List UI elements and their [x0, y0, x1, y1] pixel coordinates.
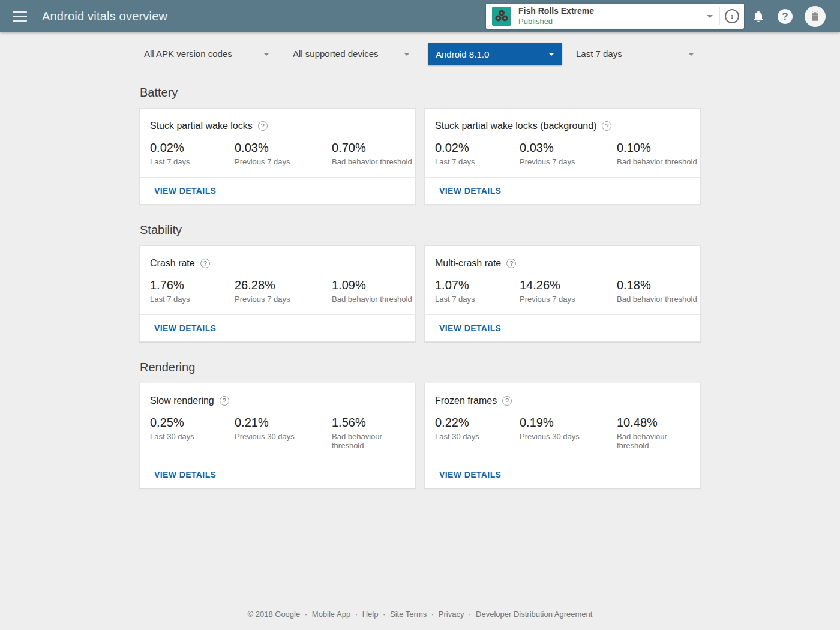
card-multi-crash-rate: Multi-crash rate ? 1.07% Last 7 days 14.…	[424, 245, 701, 342]
footer-link-developer-distribution-agreement[interactable]: Developer Distribution Agreement	[476, 610, 592, 619]
filter-supported-devices[interactable]: All supported devices	[289, 43, 415, 65]
stat-previous: 0.19% Previous 30 days	[520, 416, 617, 450]
stat-label: Last 7 days	[435, 295, 520, 304]
stability-cards-row: Crash rate ? 1.76% Last 7 days 26.28% Pr…	[139, 245, 701, 342]
view-details-link[interactable]: VIEW DETAILS	[154, 323, 216, 333]
stat-threshold: 0.10% Bad behavior threshold	[617, 141, 700, 166]
stat-current: 0.22% Last 30 days	[435, 416, 520, 450]
stat-label: Previous 7 days	[520, 295, 617, 304]
help-icon[interactable]: ?	[502, 396, 512, 406]
divider	[719, 7, 720, 25]
view-details-link[interactable]: VIEW DETAILS	[439, 470, 501, 479]
stat-current: 0.25% Last 30 days	[150, 416, 235, 450]
section-title-stability: Stability	[140, 223, 840, 237]
stat-label: Last 7 days	[150, 295, 235, 304]
separator: ·	[431, 610, 434, 619]
stat-threshold: 10.48% Bad behaviour threshold	[617, 416, 700, 450]
card-crash-rate: Crash rate ? 1.76% Last 7 days 26.28% Pr…	[139, 245, 416, 342]
stat-label: Previous 7 days	[235, 157, 332, 166]
stat-value: 0.25%	[150, 416, 235, 430]
notifications-icon[interactable]	[752, 9, 765, 26]
app-selector[interactable]: Fish Rolls Extreme Published i	[486, 4, 744, 29]
footer-link-site-terms[interactable]: Site Terms	[390, 610, 427, 619]
stat-previous: 26.28% Previous 7 days	[235, 278, 332, 304]
stat-value: 1.09%	[332, 278, 415, 292]
stat-label: Last 30 days	[435, 432, 520, 441]
card-title: Stuck partial wake locks (background)	[435, 121, 596, 131]
stat-label: Bad behavior threshold	[332, 295, 415, 304]
footer-link-help[interactable]: Help	[362, 610, 379, 619]
card-title: Stuck partial wake locks	[150, 121, 253, 131]
view-details-link[interactable]: VIEW DETAILS	[439, 323, 501, 333]
stat-threshold: 1.56% Bad behaviour threshold	[332, 416, 415, 450]
stat-label: Bad behaviour threshold	[332, 432, 415, 450]
app-icon	[492, 7, 511, 26]
menu-icon[interactable]	[13, 9, 27, 24]
app-bar: Android vitals overview Fish Rolls Extre…	[0, 0, 840, 32]
filter-android-version[interactable]: Android 8.1.0	[428, 43, 562, 65]
copyright-text: © 2018 Google	[248, 610, 301, 619]
help-icon[interactable]: ?	[602, 121, 611, 131]
stat-label: Bad behaviour threshold	[617, 432, 700, 450]
chevron-down-icon	[548, 53, 554, 56]
stat-value: 0.19%	[520, 416, 617, 430]
stat-previous: 0.21% Previous 30 days	[235, 416, 332, 450]
section-title-rendering: Rendering	[140, 361, 840, 374]
separator: ·	[355, 610, 358, 619]
stat-label: Last 30 days	[150, 432, 235, 441]
card-stuck-partial-wake-locks-background: Stuck partial wake locks (background) ? …	[424, 108, 701, 205]
stat-label: Previous 7 days	[520, 157, 617, 166]
help-icon[interactable]: ?	[778, 9, 793, 24]
separator: ·	[305, 610, 307, 619]
separator: ·	[383, 610, 385, 619]
section-title-battery: Battery	[140, 86, 840, 100]
chevron-down-icon	[688, 53, 694, 56]
footer-link-privacy[interactable]: Privacy	[439, 610, 464, 619]
view-details-link[interactable]: VIEW DETAILS	[439, 186, 501, 196]
stat-threshold: 0.18% Bad behavior threshold	[617, 278, 700, 304]
stat-value: 1.07%	[435, 278, 520, 292]
chevron-down-icon	[707, 15, 713, 18]
info-icon[interactable]: i	[725, 9, 739, 23]
stat-label: Previous 30 days	[235, 432, 332, 441]
help-icon[interactable]: ?	[220, 396, 229, 406]
stat-previous: 0.03% Previous 7 days	[520, 141, 617, 166]
stat-current: 0.02% Last 7 days	[150, 141, 235, 166]
filter-apk-version-codes[interactable]: All APK version codes	[140, 43, 275, 65]
filter-label: All APK version codes	[144, 49, 232, 59]
help-icon[interactable]: ?	[506, 259, 516, 268]
footer: © 2018 Google · Mobile App · Help · Site…	[0, 610, 840, 619]
card-slow-rendering: Slow rendering ? 0.25% Last 30 days 0.21…	[139, 383, 416, 488]
stat-value: 0.70%	[332, 141, 415, 155]
avatar[interactable]	[805, 6, 826, 27]
stat-previous: 0.03% Previous 7 days	[235, 141, 332, 166]
stat-label: Last 7 days	[435, 157, 520, 166]
help-icon[interactable]: ?	[200, 259, 210, 268]
stat-value: 0.02%	[435, 141, 520, 155]
stat-value: 0.10%	[617, 141, 700, 155]
stat-value: 26.28%	[235, 278, 332, 292]
help-icon[interactable]: ?	[258, 121, 268, 131]
filter-date-range[interactable]: Last 7 days	[572, 43, 700, 65]
stat-current: 0.02% Last 7 days	[435, 141, 520, 166]
stat-threshold: 1.09% Bad behavior threshold	[332, 278, 415, 304]
view-details-link[interactable]: VIEW DETAILS	[154, 470, 216, 479]
stat-value: 14.26%	[520, 278, 617, 292]
card-title: Multi-crash rate	[435, 258, 501, 269]
stat-value: 0.03%	[520, 141, 617, 155]
filter-label: All supported devices	[293, 49, 379, 59]
card-title: Crash rate	[150, 258, 195, 269]
stat-label: Bad behavior threshold	[617, 295, 700, 304]
view-details-link[interactable]: VIEW DETAILS	[154, 186, 216, 196]
stat-label: Bad behavior threshold	[332, 157, 415, 166]
stat-value: 0.22%	[435, 416, 520, 430]
filter-label: Android 8.1.0	[436, 49, 489, 59]
rendering-cards-row: Slow rendering ? 0.25% Last 30 days 0.21…	[139, 383, 701, 488]
card-title: Frozen frames	[435, 395, 497, 406]
footer-link-mobile-app[interactable]: Mobile App	[312, 610, 350, 619]
stat-value: 1.76%	[150, 278, 235, 292]
stat-value: 10.48%	[617, 416, 700, 430]
stat-current: 1.76% Last 7 days	[150, 278, 235, 304]
stat-value: 0.18%	[617, 278, 700, 292]
stat-threshold: 0.70% Bad behavior threshold	[332, 141, 415, 166]
